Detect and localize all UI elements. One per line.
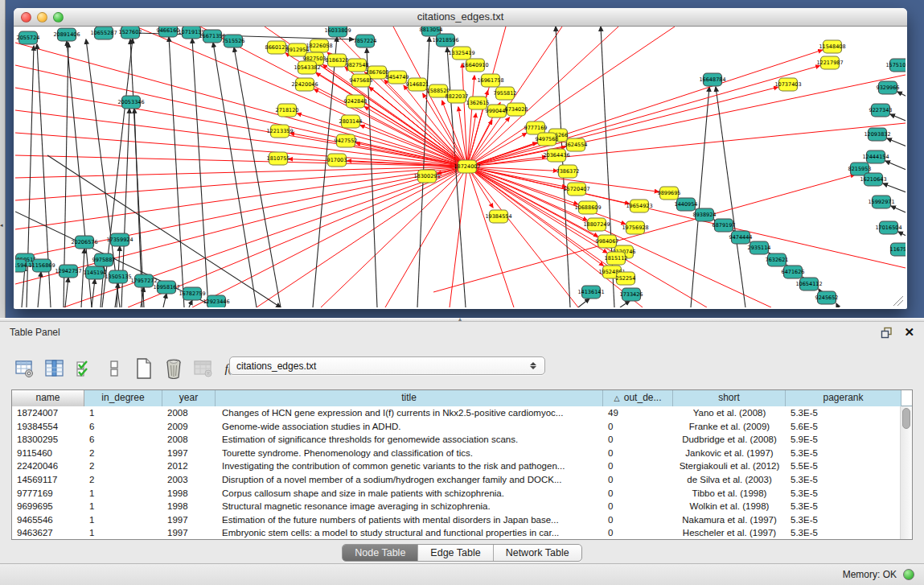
network-node[interactable]: 9475685 — [350, 74, 373, 87]
network-node[interactable]: 391594 — [15, 259, 27, 272]
network-node[interactable]: 13325419 — [448, 47, 474, 60]
network-node[interactable]: 18724007 — [454, 160, 480, 173]
column-header-title[interactable]: title — [216, 390, 603, 406]
network-node[interactable]: 7632621 — [766, 253, 789, 266]
network-node[interactable]: 10655287 — [90, 27, 117, 39]
table-row[interactable]: 946362711997Embryonic stem cells: a mode… — [12, 526, 912, 540]
network-node[interactable]: 19384554 — [485, 210, 511, 223]
network-node[interactable]: 18807249 — [583, 218, 610, 231]
network-node[interactable]: 10654112 — [795, 278, 822, 290]
network-node[interactable]: 1815112 — [605, 252, 628, 265]
network-node[interactable]: 20891406 — [53, 28, 80, 41]
float-panel-icon[interactable] — [881, 327, 893, 339]
network-node[interactable]: 19218596 — [432, 34, 458, 47]
network-node[interactable]: 917003 — [327, 154, 347, 167]
network-canvas[interactable]: 2055724208914061065528715276029466160107… — [15, 27, 906, 307]
select-columns-icon[interactable] — [44, 358, 65, 379]
network-node[interactable]: 16782759 — [179, 287, 205, 300]
network-node[interactable]: 10737403 — [774, 78, 801, 91]
table-row[interactable]: 969969511998Structural magnetic resonanc… — [12, 500, 912, 513]
network-node[interactable]: 9227343 — [869, 104, 893, 117]
collapsed-side-panel[interactable]: ◂ — [0, 0, 6, 318]
column-header-in_degree[interactable]: in_degree — [84, 390, 162, 406]
new-document-icon[interactable] — [133, 358, 154, 379]
network-node[interactable]: 20364436 — [543, 149, 569, 162]
network-node[interactable]: 1527602 — [119, 27, 142, 39]
network-node[interactable]: 12923446 — [203, 295, 229, 307]
network-node[interactable]: 6734028 — [505, 103, 528, 116]
network-node[interactable]: 9427552 — [335, 134, 358, 147]
network-node[interactable]: 19654923 — [626, 200, 652, 212]
network-view-window[interactable]: citations_edges.txt 20557242089140610655… — [14, 8, 907, 309]
network-node[interactable]: 1145194 — [84, 266, 107, 279]
network-node[interactable]: 9146821 — [406, 78, 429, 91]
window-resize-grip[interactable] — [893, 296, 903, 306]
network-node[interactable]: 1810755 — [267, 152, 290, 165]
table-row[interactable]: 1872400712008Changes of HCN gene express… — [12, 406, 912, 420]
network-node[interactable]: 10958167 — [153, 281, 179, 294]
network-node[interactable]: 18226058 — [306, 39, 332, 52]
network-node[interactable]: 20206576 — [71, 236, 97, 249]
network-node[interactable]: 16961758 — [477, 74, 503, 87]
network-node[interactable]: 16640910 — [462, 59, 488, 72]
network-node[interactable]: 7386372 — [556, 165, 580, 178]
network-node[interactable]: 2803144 — [339, 115, 363, 128]
close-window-button[interactable] — [21, 12, 31, 23]
table-row[interactable]: 1938455462009Genome-wide association stu… — [12, 420, 912, 434]
network-node[interactable]: 12213359 — [266, 125, 293, 138]
tab-network-table[interactable]: Network Table — [494, 545, 581, 561]
table-settings-icon[interactable] — [14, 358, 35, 379]
network-node[interactable]: 22420046 — [291, 78, 318, 91]
column-header-name[interactable]: name — [12, 390, 84, 406]
network-node[interactable]: 8938924 — [693, 208, 717, 221]
column-header-year[interactable]: year — [162, 390, 216, 406]
table-scrollbar-thumb[interactable] — [902, 408, 910, 429]
network-node[interactable]: 2935114 — [748, 241, 771, 254]
network-node[interactable]: 6471626 — [782, 266, 805, 278]
network-node[interactable]: 12942757 — [55, 265, 81, 278]
window-titlebar[interactable]: citations_edges.txt — [14, 8, 907, 27]
network-node[interactable]: 9474444 — [729, 231, 753, 244]
network-node[interactable]: 11548408 — [819, 40, 845, 53]
network-node[interactable]: 10543382 — [294, 61, 320, 74]
network-node[interactable]: 14136141 — [577, 286, 604, 299]
network-node[interactable]: 9975887 — [92, 253, 116, 266]
network-node[interactable]: 12093832 — [864, 128, 890, 141]
network-node[interactable]: 11156869 — [28, 259, 55, 272]
column-header-out_de[interactable]: △ out_de... — [603, 390, 673, 406]
network-node[interactable]: 20053346 — [117, 96, 144, 109]
table-scrollbar[interactable] — [900, 406, 912, 540]
table-row[interactable]: 2242004622012Investigating the contribut… — [12, 459, 912, 473]
network-node[interactable]: 8660123 — [265, 41, 289, 54]
network-node[interactable]: 12217987 — [816, 56, 843, 69]
network-node[interactable]: 1440954 — [675, 198, 698, 211]
network-node[interactable]: 2055724 — [17, 31, 40, 44]
table-selector-dropdown[interactable]: citations_edges.txt — [229, 356, 545, 375]
network-node[interactable]: 10688609 — [574, 201, 601, 214]
network-node[interactable]: 9899695 — [658, 187, 681, 200]
network-node[interactable]: 18300295 — [413, 170, 440, 183]
trash-icon[interactable] — [163, 358, 184, 379]
table-row[interactable]: 946554611997Estimation of the future num… — [12, 513, 912, 527]
table-row[interactable]: 977716911998Corpus callosum shape and si… — [12, 487, 912, 501]
table-row[interactable]: 1830029562008Estimation of significance … — [12, 433, 912, 447]
network-node[interactable]: 12444154 — [862, 150, 889, 163]
network-node[interactable]: 17359924 — [106, 233, 133, 246]
close-panel-icon[interactable]: ✕ — [904, 327, 914, 338]
network-node[interactable]: 7955812 — [494, 87, 517, 100]
network-node[interactable]: 15751074 — [885, 59, 906, 72]
table-row[interactable]: 1456911722003Disruption of a novel membe… — [12, 473, 912, 487]
network-node[interactable]: 9984067 — [596, 235, 619, 248]
network-node[interactable]: 16210643 — [860, 173, 886, 186]
network-node[interactable]: 2718120 — [276, 104, 299, 117]
network-node[interactable]: 9245652 — [815, 291, 839, 304]
network-node[interactable]: 252254 — [616, 272, 636, 285]
network-node[interactable]: 9242848 — [344, 95, 368, 108]
network-node[interactable]: 9329966 — [877, 81, 900, 94]
network-node[interactable]: 16033809 — [324, 27, 351, 37]
zoom-window-button[interactable] — [53, 12, 64, 23]
rows-icon[interactable] — [104, 358, 125, 379]
network-node[interactable]: 7515526 — [222, 35, 245, 47]
network-node[interactable]: 3624554 — [565, 138, 588, 151]
checklist-icon[interactable] — [74, 358, 95, 379]
